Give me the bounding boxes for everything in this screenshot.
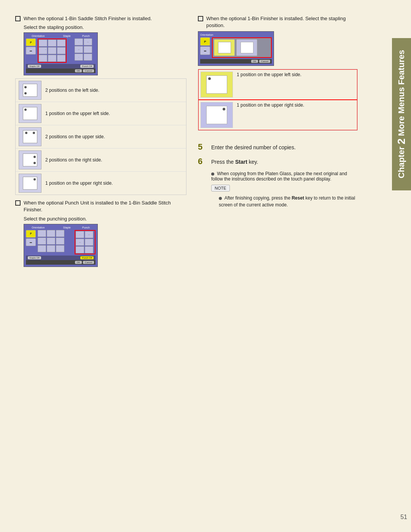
- chapter-sidebar: Chapter 2 More Menus Features 51: [388, 0, 411, 532]
- main-content: When the optional 1-Bin Saddle Stitch Fi…: [0, 0, 388, 532]
- orient-landscape-btn[interactable]: ▬: [26, 47, 36, 54]
- staple-dot-5: [33, 178, 36, 181]
- staple-pos-img-3: [19, 127, 41, 146]
- fs-staple-btn-1[interactable]: [214, 39, 235, 56]
- punch-col-title: Punch: [82, 35, 90, 37]
- fs-landscape-btn[interactable]: ▬: [200, 46, 210, 55]
- staple-pos-img-4: [19, 150, 41, 169]
- bullet-item-1bin: When the optional 1-Bin Finisher is inst…: [198, 15, 358, 29]
- machine-screenshot-punch: Orientation Staple Punch P ▬: [24, 224, 98, 267]
- staple-col-title: Staple: [63, 35, 71, 37]
- orient-portrait-btn-2[interactable]: P: [26, 230, 36, 238]
- punch-btn-6[interactable]: [84, 54, 92, 61]
- fs-ok-btn[interactable]: OK: [251, 60, 258, 63]
- punch-off-btn[interactable]: Punch Off: [80, 65, 94, 68]
- r-pos-img-1: [201, 72, 233, 97]
- staple-dot-1b: [24, 92, 27, 94]
- chapter-features: Features: [397, 50, 406, 85]
- cancel-btn-2[interactable]: Cancel: [83, 261, 94, 264]
- steps-section: 5 Enter the desired number of copies. 6 …: [198, 138, 358, 208]
- staple-btn-2[interactable]: [48, 40, 56, 46]
- step-6-text-after: key.: [247, 159, 258, 165]
- staple-row-1: [39, 40, 65, 46]
- staple-btn-3[interactable]: [57, 40, 65, 46]
- checkbox-1bin-icon: [198, 16, 203, 21]
- staple-btn-2-3[interactable]: [56, 230, 64, 237]
- machine-screenshot-saddle: Orientation Staple Punch P ▬: [24, 32, 98, 75]
- staple-dot-1a: [24, 86, 27, 88]
- staple-btn-2-1[interactable]: [38, 230, 46, 237]
- punch-btn-2-1[interactable]: ·: [76, 231, 84, 238]
- staple-off-btn-2[interactable]: Staple Off: [28, 256, 41, 259]
- punch-btn-2-5[interactable]: ·: [76, 246, 84, 253]
- paper-1: [23, 84, 37, 97]
- staple-btn-2-2[interactable]: [47, 230, 55, 237]
- left-column: When the optional 1-Bin Saddle Stitch Fi…: [15, 15, 186, 517]
- step-6-text: Press the Start key.: [211, 157, 258, 166]
- punch-off-btn-2[interactable]: Punch Off: [80, 256, 94, 259]
- punch-btn-2-6[interactable]: [85, 246, 93, 253]
- bullet-circle-note: [219, 197, 222, 200]
- punch-btn-3[interactable]: ···: [75, 46, 83, 53]
- staple-btn-5[interactable]: [48, 47, 56, 54]
- ok-btn[interactable]: OK: [75, 69, 82, 72]
- note-section: NOTE After finishing copying, press the …: [211, 185, 358, 208]
- staple-pos-img-2: [19, 104, 41, 123]
- two-column-layout: When the optional 1-Bin Saddle Stitch Fi…: [15, 15, 377, 517]
- staple-col-title-2: Staple: [63, 226, 71, 229]
- ok-btn-2[interactable]: OK: [75, 261, 82, 264]
- staple-position-label: Select the stapling position.: [24, 24, 186, 30]
- staple-btn-2-8[interactable]: [47, 245, 55, 252]
- ms-footer-2: OK Cancel: [26, 260, 96, 265]
- step-6-bold: Start: [235, 159, 247, 165]
- staple-btn-2-6[interactable]: [56, 238, 64, 244]
- staple-btn-2-9[interactable]: [56, 245, 64, 252]
- staple-row-3: [39, 55, 65, 62]
- staple-pos-item-2: 1 position on the upper left side.: [16, 102, 186, 125]
- chapter-text: Chapter 2 More Menus Features: [395, 50, 408, 178]
- r-pos-label-2: 1 position on the upper right side.: [237, 102, 355, 109]
- punch-btn-4[interactable]: [84, 46, 92, 53]
- orient-landscape-btn-2[interactable]: ▬: [26, 238, 36, 246]
- staple-btn-1[interactable]: [39, 40, 47, 46]
- punch-red-outline: · ··· ··· ·: [75, 230, 96, 254]
- punch-btn-2[interactable]: ···: [84, 38, 92, 45]
- staple-dot-4a: [33, 156, 36, 158]
- staple-btn-7[interactable]: [39, 55, 47, 62]
- step-5-row: 5 Enter the desired number of copies.: [198, 142, 358, 152]
- staple-row-2: ··: [39, 47, 65, 54]
- punch-btn-2-4[interactable]: [85, 239, 93, 246]
- punch-btn-5[interactable]: ·: [75, 54, 83, 61]
- punch-btn-2-2[interactable]: ···: [85, 231, 93, 238]
- staple-off-btn[interactable]: Staple Off: [28, 65, 41, 68]
- staple-pos-item-4: 2 positions on the right side.: [16, 149, 186, 172]
- punch-btn-2-3[interactable]: ···: [76, 239, 84, 246]
- punch-row-2: ···: [75, 46, 96, 53]
- punch-btn-1[interactable]: ·: [75, 38, 83, 45]
- staple-btn-2-5[interactable]: [47, 238, 55, 244]
- fs-staple-btn-2[interactable]: [236, 39, 257, 56]
- staple-btn-6[interactable]: [57, 47, 65, 54]
- fs-cancel-btn[interactable]: Cancel: [259, 60, 270, 63]
- staple-btn-2-4[interactable]: ··: [38, 238, 46, 244]
- step-5-text: Enter the desired number of copies.: [211, 142, 296, 152]
- step6-sub-note: When copying from the Platen Glass, plac…: [211, 171, 358, 182]
- chapter-label: Chapter: [397, 147, 406, 178]
- fs-body: P ▬: [200, 37, 272, 58]
- orient-portrait-btn[interactable]: P: [26, 38, 36, 46]
- fs-header: Orientation: [200, 34, 272, 36]
- punch-row-2-3: ·: [76, 246, 94, 253]
- staple-btn-8[interactable]: [48, 55, 56, 62]
- fs-portrait-btn[interactable]: P: [200, 37, 210, 46]
- r-pos-img-2: [201, 102, 233, 128]
- staple-btn-9[interactable]: [57, 55, 65, 62]
- staple-pos-label-2: 1 position on the upper left side.: [45, 111, 183, 116]
- right-positions-list: 1 position on the upper left side. 1 pos…: [198, 69, 358, 131]
- punch-row-3: ·: [75, 54, 96, 61]
- staple-btn-4[interactable]: ··: [39, 47, 47, 54]
- paper-2: [23, 107, 37, 120]
- r-pos-paper-2: [206, 106, 227, 124]
- staple-btn-2-7[interactable]: [38, 245, 46, 252]
- orientation-buttons: P ▬: [26, 38, 37, 63]
- cancel-btn[interactable]: Cancel: [83, 69, 94, 72]
